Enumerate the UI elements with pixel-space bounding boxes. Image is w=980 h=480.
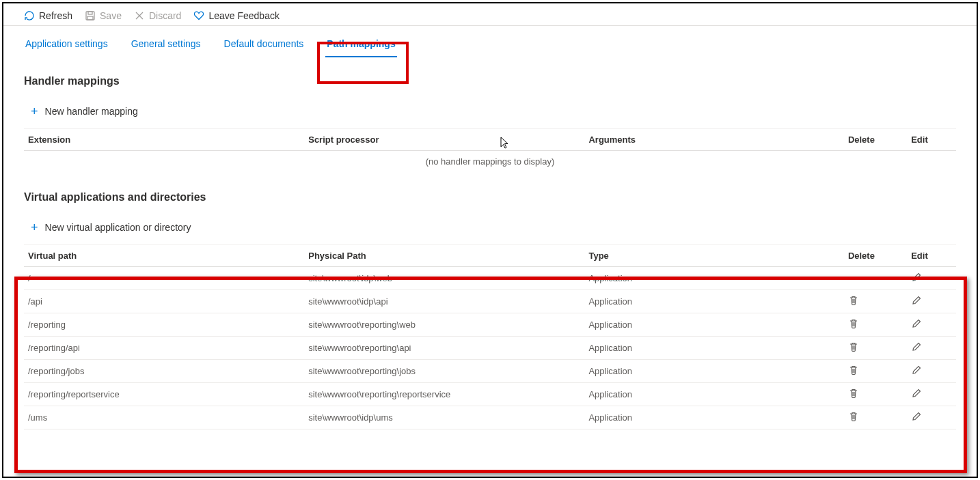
toolbar: Refresh Save Discard Leave Feedback xyxy=(3,3,977,26)
section-title-handler: Handler mappings xyxy=(24,75,956,87)
edit-button[interactable] xyxy=(911,318,922,331)
pencil-icon xyxy=(911,411,922,424)
virtual-apps-table: Virtual path Physical Path Type Delete E… xyxy=(24,244,956,429)
pencil-icon xyxy=(911,272,922,285)
section-handler-mappings: Handler mappings + New handler mapping E… xyxy=(3,57,977,173)
discard-label: Discard xyxy=(149,10,181,21)
new-virtual-app-button[interactable]: + New virtual application or directory xyxy=(31,221,191,234)
discard-icon xyxy=(134,10,145,21)
discard-button[interactable]: Discard xyxy=(134,10,181,21)
delete-button[interactable] xyxy=(848,295,859,308)
trash-icon xyxy=(848,388,859,401)
feedback-button[interactable]: Leave Feedback xyxy=(193,10,280,21)
table-row: /reporting/reportservicesite\wwwroot\rep… xyxy=(24,383,956,406)
cell-physical-path: site\wwwroot\reporting\jobs xyxy=(304,360,584,383)
cell-type: Application xyxy=(584,383,843,406)
trash-icon xyxy=(848,318,859,331)
tab-general-settings[interactable]: General settings xyxy=(130,34,202,57)
delete-button[interactable] xyxy=(848,411,859,424)
cell-virtual-path: /reporting xyxy=(24,313,304,337)
trash-icon xyxy=(848,411,859,424)
save-icon xyxy=(85,10,96,21)
edit-button[interactable] xyxy=(911,295,922,308)
new-handler-mapping-button[interactable]: + New handler mapping xyxy=(31,105,138,117)
svg-rect-2 xyxy=(87,16,93,20)
cell-virtual-path: /reporting/jobs xyxy=(24,360,304,383)
col-script: Script processor xyxy=(304,129,584,151)
pencil-icon xyxy=(911,318,922,331)
col-delete: Delete xyxy=(844,245,907,267)
cell-type: Application xyxy=(584,313,843,337)
table-row: /reportingsite\wwwroot\reporting\webAppl… xyxy=(24,313,956,337)
edit-button[interactable] xyxy=(911,411,922,424)
edit-button[interactable] xyxy=(911,272,922,285)
new-virtual-app-label: New virtual application or directory xyxy=(45,222,191,233)
cell-physical-path: site\wwwroot\idp\api xyxy=(304,290,584,313)
edit-button[interactable] xyxy=(911,341,922,354)
trash-icon xyxy=(848,295,859,308)
tab-bar: Application settingsGeneral settingsDefa… xyxy=(3,26,977,57)
cell-physical-path: site\wwwroot\idp\web xyxy=(304,267,584,290)
col-edit: Edit xyxy=(907,245,956,267)
col-extension: Extension xyxy=(24,129,304,151)
cell-physical-path: site\wwwroot\idp\ums xyxy=(304,406,584,429)
save-button[interactable]: Save xyxy=(85,10,122,21)
col-type: Type xyxy=(584,245,843,267)
pencil-icon xyxy=(911,365,922,378)
edit-button[interactable] xyxy=(911,365,922,378)
table-row: /site\wwwroot\idp\webApplication xyxy=(24,267,956,290)
pencil-icon xyxy=(911,388,922,401)
cell-virtual-path: /reporting/api xyxy=(24,337,304,360)
new-handler-mapping-label: New handler mapping xyxy=(45,106,138,117)
table-row: /reporting/apisite\wwwroot\reporting\api… xyxy=(24,337,956,360)
delete-button[interactable] xyxy=(848,341,859,354)
cell-type: Application xyxy=(584,337,843,360)
cell-type: Application xyxy=(584,290,843,313)
delete-button[interactable] xyxy=(848,388,859,401)
plus-icon: + xyxy=(31,221,38,234)
trash-icon xyxy=(848,365,859,378)
tab-application-settings[interactable]: Application settings xyxy=(24,34,109,57)
cell-type: Application xyxy=(584,360,843,383)
refresh-icon xyxy=(24,10,35,21)
cell-physical-path: site\wwwroot\reporting\api xyxy=(304,337,584,360)
cell-type: Application xyxy=(584,406,843,429)
cell-virtual-path: /ums xyxy=(24,406,304,429)
cell-type: Application xyxy=(584,267,843,290)
col-physical-path: Physical Path xyxy=(304,245,584,267)
heart-icon xyxy=(193,10,204,21)
cell-virtual-path: /reporting/reportservice xyxy=(24,383,304,406)
window-frame: Refresh Save Discard Leave Feedback Appl… xyxy=(2,2,978,478)
handler-empty-message: (no handler mappings to display) xyxy=(24,151,956,173)
table-row: /apisite\wwwroot\idp\apiApplication xyxy=(24,290,956,313)
delete-button[interactable] xyxy=(848,365,859,378)
tab-path-mappings[interactable]: Path mappings xyxy=(325,34,396,57)
col-arguments: Arguments xyxy=(584,129,843,151)
cell-physical-path: site\wwwroot\reporting\reportservice xyxy=(304,383,584,406)
svg-rect-1 xyxy=(88,12,92,14)
section-virtual-apps: Virtual applications and directories + N… xyxy=(3,173,977,429)
feedback-label: Leave Feedback xyxy=(208,10,280,21)
col-virtual-path: Virtual path xyxy=(24,245,304,267)
refresh-label: Refresh xyxy=(39,10,72,21)
table-row: /reporting/jobssite\wwwroot\reporting\jo… xyxy=(24,360,956,383)
delete-button[interactable] xyxy=(848,318,859,331)
plus-icon: + xyxy=(31,105,38,117)
handler-mappings-table: Extension Script processor Arguments Del… xyxy=(24,128,956,151)
save-label: Save xyxy=(100,10,122,21)
refresh-button[interactable]: Refresh xyxy=(24,10,72,21)
trash-icon xyxy=(848,341,859,354)
cell-physical-path: site\wwwroot\reporting\web xyxy=(304,313,584,337)
pencil-icon xyxy=(911,295,922,308)
table-row: /umssite\wwwroot\idp\umsApplication xyxy=(24,406,956,429)
pencil-icon xyxy=(911,341,922,354)
cell-virtual-path: /api xyxy=(24,290,304,313)
col-delete: Delete xyxy=(844,129,907,151)
edit-button[interactable] xyxy=(911,388,922,401)
tab-default-documents[interactable]: Default documents xyxy=(223,34,305,57)
section-title-virtual: Virtual applications and directories xyxy=(24,191,956,203)
col-edit: Edit xyxy=(907,129,956,151)
cell-virtual-path: / xyxy=(24,267,304,290)
